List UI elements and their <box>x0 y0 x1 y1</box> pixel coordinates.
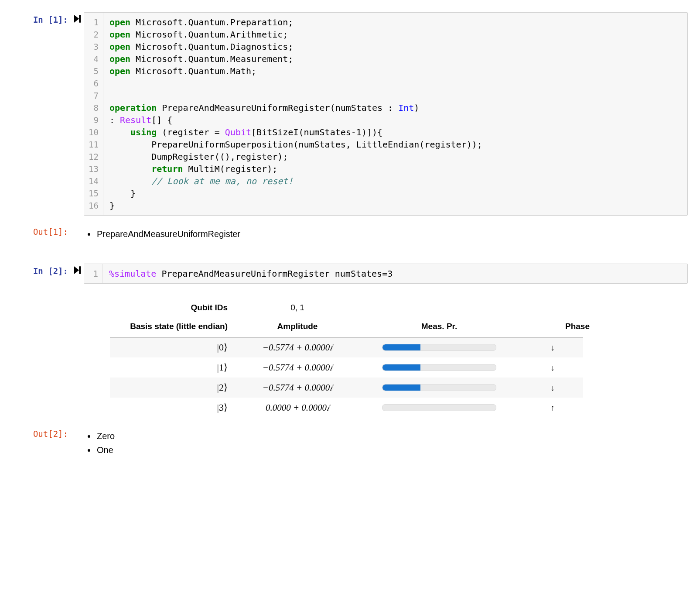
cell-2-output: Out[2]: ZeroOne <box>9 426 688 460</box>
token: %simulate <box>109 268 156 279</box>
code-line <box>109 77 482 89</box>
progress-bar <box>382 384 496 391</box>
token: Microsoft.Quantum.Arithmetic; <box>130 29 288 40</box>
token: return <box>151 164 183 174</box>
token: open <box>109 66 130 76</box>
token: Result <box>120 115 151 125</box>
token: [BitSizeI(numStates-1)]){ <box>251 127 382 137</box>
prompt-col: In [2]: <box>9 264 71 276</box>
code-line: } <box>109 187 482 199</box>
amplitude: 0.0000 + 0.0000𝑖 <box>232 402 363 413</box>
line-number: 14 <box>89 175 99 187</box>
state-row: |3⟩0.0000 + 0.0000𝑖↑ <box>110 398 583 418</box>
token: Microsoft.Quantum.Math; <box>130 66 256 76</box>
progress-fill <box>382 344 420 350</box>
code-editor-2[interactable]: 1%simulate PrepareAndMeasureUniformRegis… <box>84 264 688 284</box>
token: [] { <box>151 115 172 125</box>
cell-2-rich-output: Qubit IDs 0, 1 Basis state (little endia… <box>9 292 688 418</box>
phase-arrow-icon: ↑ <box>516 403 590 413</box>
line-number: 3 <box>89 41 99 53</box>
code-editor-1[interactable]: 12345678910111213141516open Microsoft.Qu… <box>84 12 688 216</box>
token: } <box>109 200 115 211</box>
token: Microsoft.Quantum.Diagnostics; <box>130 41 293 52</box>
code-line: open Microsoft.Quantum.Math; <box>109 65 482 77</box>
line-number: 13 <box>89 163 99 175</box>
code-line: operation PrepareAndMeasureUniformRegist… <box>109 102 482 114</box>
progress-bar <box>382 404 496 411</box>
code-line: open Microsoft.Quantum.Arithmetic; <box>109 28 482 41</box>
prompt-col: Out[2]: <box>9 426 71 439</box>
token: using <box>130 127 157 137</box>
line-number: 8 <box>89 102 99 114</box>
code-text[interactable]: %simulate PrepareAndMeasureUniformRegist… <box>103 264 399 283</box>
progress-fill <box>382 364 420 371</box>
code-line: return MultiM(register); <box>109 163 482 175</box>
code-line: PrepareUniformSuperposition(numStates, L… <box>109 138 482 151</box>
state-table-header: Basis state (little endian) Amplitude Me… <box>110 317 583 337</box>
progress-bar <box>382 344 496 351</box>
cell-1-input: In [1]: 12345678910111213141516open Micr… <box>9 12 688 216</box>
qubit-ids-row: Qubit IDs 0, 1 <box>110 299 583 317</box>
cell-2-input: In [2]: 1%simulate PrepareAndMeasureUnif… <box>9 264 688 284</box>
col-phase: Phase <box>516 322 590 331</box>
line-number: 9 <box>89 114 99 126</box>
token: : <box>109 115 120 125</box>
line-gutter: 12345678910111213141516 <box>84 13 103 215</box>
run-cell-1-button[interactable] <box>71 12 84 23</box>
basis-state: |2⟩ <box>110 382 228 393</box>
output-item: Zero <box>96 429 688 443</box>
line-gutter: 1 <box>84 264 103 283</box>
cell-body: 12345678910111213141516open Microsoft.Qu… <box>84 12 688 216</box>
measurement-probability-bar <box>367 384 511 391</box>
state-row: |0⟩−0.5774 + 0.0000𝑖↓ <box>110 337 583 357</box>
spacer <box>71 426 84 429</box>
token: open <box>109 17 130 27</box>
line-number: 2 <box>89 28 99 41</box>
col-amplitude: Amplitude <box>232 322 363 331</box>
token: Qubit <box>225 127 251 137</box>
basis-state: |0⟩ <box>110 342 228 353</box>
run-icon <box>74 266 81 274</box>
in-prompt-2: In [2]: <box>33 266 68 276</box>
measurement-probability-bar <box>367 364 511 371</box>
notebook: In [1]: 12345678910111213141516open Micr… <box>0 0 700 481</box>
amplitude: −0.5774 + 0.0000𝑖 <box>232 382 363 393</box>
code-line: // Look at me ma, no reset! <box>109 175 482 187</box>
phase-arrow-icon: ↓ <box>516 383 590 393</box>
code-line: using (register = Qubit[BitSizeI(numStat… <box>109 126 482 138</box>
output-item: One <box>96 443 688 457</box>
basis-state: |1⟩ <box>110 362 228 373</box>
basis-state: |3⟩ <box>110 402 228 413</box>
phase-arrow-icon: ↓ <box>516 363 590 373</box>
run-cell-2-button[interactable] <box>71 264 84 274</box>
out-prompt-1: Out[1]: <box>33 227 68 237</box>
line-number: 7 <box>89 89 99 102</box>
token: MultiM(register); <box>183 164 277 174</box>
measurement-probability-bar <box>367 404 511 411</box>
line-number: 12 <box>89 151 99 163</box>
prompt-col: Out[1]: <box>9 224 71 237</box>
token: } <box>109 188 136 199</box>
token <box>109 127 130 137</box>
cell-1-output: Out[1]: PrepareAndMeasureUniformRegister <box>9 224 688 244</box>
code-line: open Microsoft.Quantum.Measurement; <box>109 53 482 65</box>
col-basis: Basis state (little endian) <box>110 321 228 332</box>
token: open <box>109 54 130 64</box>
code-line <box>109 89 482 102</box>
token: PrepareAndMeasureUniformRegister numStat… <box>156 268 393 279</box>
phase-arrow-icon: ↓ <box>516 343 590 353</box>
code-line: : Result[] { <box>109 114 482 126</box>
line-number: 5 <box>89 65 99 77</box>
line-number: 4 <box>89 53 99 65</box>
prompt-col <box>9 292 71 295</box>
qubit-ids-label: Qubit IDs <box>110 303 228 312</box>
line-number: 1 <box>89 16 99 28</box>
output-list-2: ZeroOne <box>85 429 688 457</box>
token: DumpRegister((),register); <box>109 151 288 162</box>
prompt-col: In [1]: <box>9 12 71 24</box>
spacer <box>71 224 84 227</box>
line-number: 10 <box>89 126 99 138</box>
code-text[interactable]: open Microsoft.Quantum.Preparation;open … <box>103 13 488 215</box>
amplitude: −0.5774 + 0.0000𝑖 <box>232 362 363 373</box>
state-row: |1⟩−0.5774 + 0.0000𝑖↓ <box>110 357 583 378</box>
